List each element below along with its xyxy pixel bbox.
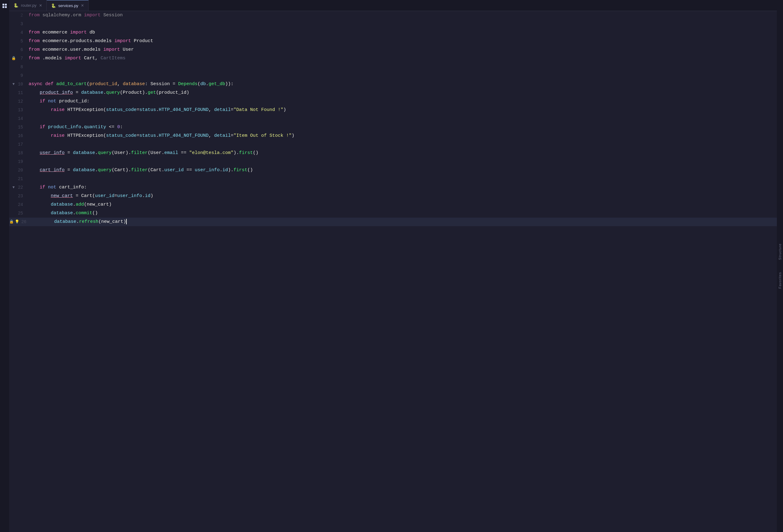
gutter-26: 🔒 💡 26 <box>9 218 30 226</box>
code-line-5: 5 from ecommerce.products.models import … <box>9 37 777 45</box>
fold-icon-22[interactable]: ▼ <box>11 183 16 192</box>
code-line-4: 4 from ecommerce import db <box>9 28 777 37</box>
lock-icon-7: 🔒 <box>11 54 16 63</box>
favorites-label[interactable]: Favorites <box>778 272 782 289</box>
gutter-19: 19 <box>9 157 26 166</box>
structure-label[interactable]: Structure <box>778 243 782 260</box>
gutter-23: 23 <box>9 192 26 200</box>
editor-container: 🐍 router.py ✕ 🐍 services.py ✕ 2 from sql… <box>9 0 777 532</box>
router-tab-icon: 🐍 <box>13 3 19 8</box>
code-line-26: 🔒 💡 26 database.refresh(new_cart) <box>9 218 777 226</box>
gutter-6: 6 <box>9 45 26 54</box>
code-line-22: ▼ 22 if not cart_info: <box>9 183 777 192</box>
code-line-8: 8 <box>9 63 777 71</box>
line-content-7: from .models import Cart, CartItems <box>26 54 777 63</box>
line-content-24: database.add(new_cart) <box>26 200 777 209</box>
code-line-23: 23 new_cart = Cart(user_id=user_info.id) <box>9 192 777 200</box>
project-icon[interactable] <box>1 2 8 9</box>
fold-icon-10[interactable]: ▼ <box>11 80 16 89</box>
line-content-4: from ecommerce import db <box>26 28 777 37</box>
services-tab-label: services.py <box>58 3 79 8</box>
gutter-25: 25 <box>9 209 26 218</box>
gutter-2: 2 <box>9 11 26 20</box>
code-line-6: 6 from ecommerce.user.models import User <box>9 45 777 54</box>
line-content-26: database.refresh(new_cart) <box>30 218 777 226</box>
gutter-22: ▼ 22 <box>9 183 26 192</box>
activity-bar <box>0 0 9 532</box>
gutter-24: 24 <box>9 200 26 209</box>
code-line-7: 🔒 7 from .models import Cart, CartItems <box>9 54 777 63</box>
line-content-15: if product_info.quantity <= 0: <box>26 123 777 132</box>
code-line-16: 16 raise HTTPException(status_code=statu… <box>9 132 777 140</box>
gutter-8: 8 <box>9 63 26 71</box>
code-line-9: 9 <box>9 71 777 80</box>
code-editor[interactable]: 2 from sqlalchemy.orm import Session 3 4… <box>9 11 777 532</box>
gutter-3: 3 <box>9 20 26 28</box>
services-tab-close[interactable]: ✕ <box>81 3 84 8</box>
code-line-18: 18 user_info = database.query(User).filt… <box>9 149 777 157</box>
line-content-5: from ecommerce.products.models import Pr… <box>26 37 777 45</box>
gutter-21: 21 <box>9 174 26 183</box>
code-line-13: 13 raise HTTPException(status_code=statu… <box>9 106 777 114</box>
gutter-17: 17 <box>9 140 26 149</box>
code-line-14: 14 <box>9 114 777 123</box>
line-content-25: database.commit() <box>26 209 777 218</box>
code-line-25: 25 database.commit() <box>9 209 777 218</box>
lock-icon-26: 🔒 <box>9 218 13 226</box>
line-content-12: if not product_id: <box>26 97 777 106</box>
tab-bar: 🐍 router.py ✕ 🐍 services.py ✕ <box>9 0 777 11</box>
right-sidebar: Structure Favorites <box>777 0 783 532</box>
services-tab-icon: 🐍 <box>51 3 56 8</box>
code-line-2: 2 from sqlalchemy.orm import Session <box>9 11 777 20</box>
gutter-14: 14 <box>9 114 26 123</box>
svg-rect-3 <box>5 6 7 8</box>
gutter-15: 15 <box>9 123 26 132</box>
router-tab-close[interactable]: ✕ <box>39 3 42 8</box>
line-content-16: raise HTTPException(status_code=status.H… <box>26 132 777 140</box>
gutter-18: 18 <box>9 149 26 157</box>
line-content-22: if not cart_info: <box>26 183 777 192</box>
gutter-11: 11 <box>9 89 26 97</box>
gutter-4: 4 <box>9 28 26 37</box>
svg-rect-0 <box>2 4 4 5</box>
gutter-20: 20 <box>9 166 26 174</box>
code-line-10: ▼ 10 async def add_to_cart(product_id, d… <box>9 80 777 89</box>
line-content-23: new_cart = Cart(user_id=user_info.id) <box>26 192 777 200</box>
router-tab-label: router.py <box>21 3 37 8</box>
line-content-2: from sqlalchemy.orm import Session <box>26 11 777 20</box>
warning-icon-26: 💡 <box>15 218 19 226</box>
svg-rect-2 <box>2 6 4 8</box>
line-content-11: product_info = database.query(Product).g… <box>26 89 777 97</box>
line-content-6: from ecommerce.user.models import User <box>26 45 777 54</box>
tab-router[interactable]: 🐍 router.py ✕ <box>9 0 47 11</box>
text-cursor <box>126 219 127 224</box>
gutter-13: 13 <box>9 106 26 114</box>
gutter-7: 🔒 7 <box>9 54 26 63</box>
line-content-10: async def add_to_cart(product_id, databa… <box>26 80 777 89</box>
code-line-11: 11 product_info = database.query(Product… <box>9 89 777 97</box>
code-line-15: 15 if product_info.quantity <= 0: <box>9 123 777 132</box>
line-content-20: cart_info = database.query(Cart).filter(… <box>26 166 777 174</box>
code-line-24: 24 database.add(new_cart) <box>9 200 777 209</box>
gutter-12: 12 <box>9 97 26 106</box>
line-content-13: raise HTTPException(status_code=status.H… <box>26 106 777 114</box>
line-content-18: user_info = database.query(User).filter(… <box>26 149 777 157</box>
svg-rect-1 <box>5 4 7 5</box>
code-line-12: 12 if not product_id: <box>9 97 777 106</box>
gutter-5: 5 <box>9 37 26 45</box>
gutter-10: ▼ 10 <box>9 80 26 89</box>
gutter-16: 16 <box>9 132 26 140</box>
code-line-3: 3 <box>9 20 777 28</box>
code-line-17: 17 <box>9 140 777 149</box>
code-line-19: 19 <box>9 157 777 166</box>
code-line-21: 21 <box>9 174 777 183</box>
code-line-20: 20 cart_info = database.query(Cart).filt… <box>9 166 777 174</box>
gutter-9: 9 <box>9 71 26 80</box>
tab-services[interactable]: 🐍 services.py ✕ <box>47 0 89 11</box>
